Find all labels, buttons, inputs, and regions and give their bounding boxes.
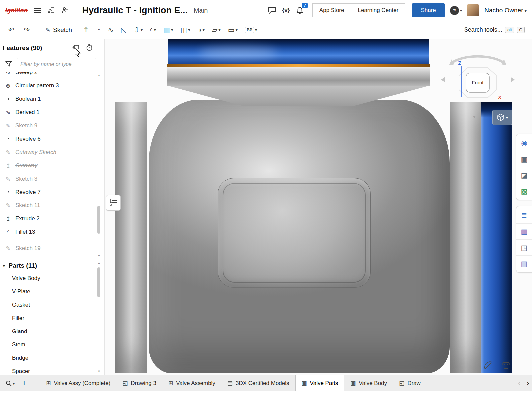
feature-item[interactable]: ∿ Sweep 2	[0, 72, 95, 79]
app-store-button[interactable]: App Store	[312, 3, 351, 17]
scroll-up-icon[interactable]	[96, 74, 102, 77]
versions-icon[interactable]	[47, 5, 56, 15]
scroll-down-icon[interactable]	[96, 370, 102, 373]
part-item[interactable]: Gasket	[0, 298, 95, 312]
model-gasket-ring[interactable]	[167, 64, 430, 67]
help-menu[interactable]: ?	[450, 6, 462, 15]
model-top-cap[interactable]	[168, 39, 429, 64]
parts-scrollbar[interactable]	[96, 261, 102, 373]
bp-icon[interactable]: BP	[243, 23, 259, 37]
comments-button[interactable]	[268, 5, 276, 15]
part-item[interactable]: Valve Body	[0, 272, 95, 285]
boolean-icon[interactable]: ◑	[195, 23, 207, 37]
model-center-boss[interactable]	[218, 178, 371, 288]
rotate-left-icon[interactable]	[441, 77, 445, 82]
feature-item[interactable]: ⊛ Circular pattern 3	[0, 79, 95, 92]
pattern-icon[interactable]: ▦	[161, 23, 175, 37]
follow-mode-icon[interactable]	[61, 5, 69, 15]
mass-properties-icon[interactable]	[501, 360, 511, 372]
section-view-icon[interactable]: ◪	[516, 167, 532, 183]
search-tools[interactable]: Search tools... alt C	[464, 26, 527, 33]
extrude-icon[interactable]: ↥	[81, 23, 91, 37]
main-menu-icon[interactable]	[33, 5, 42, 15]
timer-icon[interactable]	[86, 43, 93, 53]
bom-icon[interactable]: ≣	[516, 207, 532, 223]
feature-item[interactable]: ✎ Sketch 9	[0, 119, 95, 132]
workspace-name[interactable]: Main	[194, 7, 208, 14]
feature-item[interactable]: ↥ Extrude 2	[0, 212, 95, 225]
part-item[interactable]: Spacer	[0, 365, 95, 375]
feature-item[interactable]: ◔ Revolve 6	[0, 132, 95, 146]
scrollbar-thumb[interactable]	[97, 206, 100, 234]
app-logo[interactable]: Ignition	[5, 7, 28, 14]
named-views-icon[interactable]: ▣	[516, 151, 532, 167]
feature-list-toggle[interactable]	[106, 195, 121, 211]
parts-section-header[interactable]: Parts (11)	[0, 259, 104, 272]
import-icon[interactable]: ⇩	[131, 23, 145, 37]
tab-search-button[interactable]	[5, 380, 15, 387]
feature-item[interactable]: ✎ Sketch 11	[0, 199, 95, 212]
feature-item[interactable]: ✎ Cutaway Sketch	[0, 146, 95, 159]
view-widget-collapse-icon[interactable]	[472, 114, 476, 120]
document-tab[interactable]: ◱ Drawing 3	[116, 375, 162, 391]
document-tab[interactable]: ▤ 3DX Certified Models	[221, 375, 295, 391]
feature-item[interactable]: ◜ Fillet 13	[0, 225, 95, 239]
user-menu[interactable]: Nacho Owner	[484, 7, 527, 14]
document-tab[interactable]: ⊞ Valve Assembly	[162, 375, 221, 391]
filter-icon[interactable]	[5, 60, 13, 68]
versions-icon[interactable]: ▤	[516, 255, 532, 271]
mirror-icon[interactable]: ◫	[178, 23, 192, 37]
loft-icon[interactable]: ◺	[119, 23, 129, 37]
view-orientation-widget[interactable]: Front Z X	[440, 44, 516, 107]
features-scrollbar[interactable]	[96, 74, 102, 257]
document-tab[interactable]: ▣ Valve Parts	[295, 375, 345, 391]
feature-item[interactable]: ⇘ Derived 1	[0, 106, 95, 119]
scroll-down-icon[interactable]	[96, 254, 102, 257]
redo-button[interactable]: ↷	[20, 23, 33, 37]
feature-item[interactable]: ✎ Sketch 19	[0, 242, 95, 255]
filter-input[interactable]	[17, 58, 96, 70]
model-right-flange[interactable]	[450, 102, 482, 373]
part-item[interactable]: V-Plate	[0, 285, 95, 298]
scroll-up-icon[interactable]	[96, 261, 102, 265]
tabs-scroll-right-icon[interactable]	[526, 379, 529, 388]
notifications-button[interactable]: 7	[296, 5, 304, 15]
view-cube-button[interactable]	[492, 110, 512, 125]
feature-item[interactable]: ↥ Cutaway	[0, 159, 95, 172]
model-left-flange[interactable]	[115, 102, 147, 373]
featurescript-button[interactable]: {v}	[282, 5, 290, 15]
part-item[interactable]: Filler	[0, 312, 95, 325]
revolve-icon[interactable]: ◔	[94, 23, 103, 37]
view-label[interactable]: Front	[472, 80, 484, 85]
feature-item[interactable]: ✎ Sketch 3	[0, 172, 95, 186]
feature-item[interactable]: ◑ Boolean 1	[0, 92, 95, 106]
sheet-metal-icon[interactable]: ▩	[516, 183, 532, 199]
sketch-button[interactable]: ✎ Sketch	[42, 23, 75, 37]
scrollbar-thumb[interactable]	[97, 267, 100, 297]
graphics-viewport[interactable]: Front Z X ◉ ▣ ◪	[105, 39, 532, 375]
appearance-icon[interactable]: ◉	[516, 135, 532, 151]
part-item[interactable]: Gland	[0, 325, 95, 338]
document-tab[interactable]: ▣ Valve Body	[344, 375, 393, 391]
surface-icon[interactable]: ▭	[226, 23, 240, 37]
model-blue-fitting[interactable]	[481, 102, 512, 373]
tabs-scroll-left-icon[interactable]	[518, 379, 521, 388]
document-tab[interactable]: ⊞ Valve Assy (Complete)	[40, 375, 116, 391]
measure-icon[interactable]	[484, 360, 494, 372]
undo-button[interactable]: ↶	[5, 23, 18, 37]
part-item[interactable]: Stem	[0, 338, 95, 351]
rotate-right-icon[interactable]	[511, 77, 515, 82]
fillet-icon[interactable]: ◜	[148, 23, 158, 37]
feature-item[interactable]: ◔ Revolve 7	[0, 186, 95, 199]
properties-icon[interactable]: ▥	[516, 223, 532, 239]
plane-icon[interactable]: ▱	[210, 23, 223, 37]
learning-center-button[interactable]: Learning Center	[351, 3, 405, 17]
sweep-icon[interactable]: ∿	[105, 23, 116, 37]
share-button[interactable]: Share	[412, 3, 444, 17]
part-item[interactable]: Bridge	[0, 351, 95, 365]
user-avatar[interactable]	[467, 4, 479, 16]
add-tab-button[interactable]: +	[22, 379, 27, 388]
model-cap-flange[interactable]	[167, 67, 430, 86]
document-tab[interactable]: ◱ Draw	[393, 375, 427, 391]
export-icon[interactable]: ◳	[516, 239, 532, 255]
